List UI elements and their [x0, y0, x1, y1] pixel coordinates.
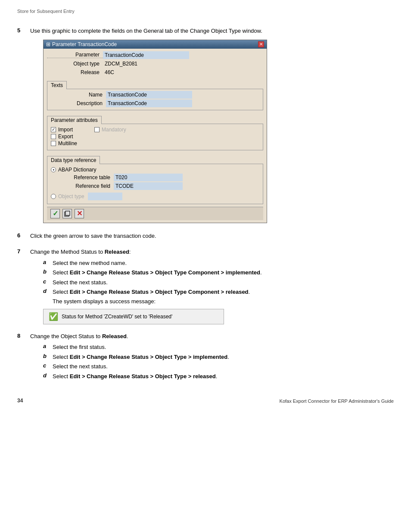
multiline-label: Multiline	[58, 140, 77, 146]
param-attrs-tab[interactable]: Parameter attributes	[47, 116, 102, 124]
object-type-radio[interactable]	[51, 194, 56, 199]
step-8-line: 8 Change the Object Status to Released.	[17, 332, 394, 341]
multiline-row: Multiline	[51, 140, 77, 146]
ref-table-row: Reference table T020	[58, 174, 259, 181]
abap-dict-radio[interactable]	[51, 167, 56, 172]
step-7a-text: Select the new method name.	[53, 259, 394, 268]
step-7-block: 7 Change the Method Status to Released: …	[17, 248, 394, 324]
object-type-radio-value[interactable]	[88, 193, 122, 200]
description-label: Description	[50, 100, 106, 106]
description-row: Description TransactionCode	[50, 100, 260, 107]
step-7d-text: Select Edit > Change Release Status > Ob…	[53, 288, 394, 296]
step-5-line: 5 Use this graphic to complete the field…	[17, 27, 394, 35]
step-7-line: 7 Change the Method Status to Released:	[17, 248, 394, 256]
check-icon: ✓	[50, 209, 60, 218]
step-8c-letter: c	[43, 362, 53, 369]
ref-field-value[interactable]: TCODE	[114, 182, 183, 190]
param-attrs-content: ✓ Import Export Multiline	[47, 124, 263, 150]
left-attrs: ✓ Import Export Multiline	[51, 127, 77, 147]
step-8a: a Select the first status.	[43, 343, 394, 352]
step-7b-bold: Edit > Change Release Status > Object Ty…	[70, 269, 260, 276]
release-label: Release	[47, 69, 103, 75]
import-label: Import	[58, 127, 73, 133]
step-8d-text: Select Edit > Change Release Status > Ob…	[53, 372, 394, 381]
export-row: Export	[51, 134, 77, 140]
step-8c: c Select the next status.	[43, 362, 394, 371]
dialog-close-button[interactable]: ✕	[258, 41, 264, 47]
step-7c: c Select the next status.	[43, 278, 394, 287]
object-type-row: Object type ZDCM_B2081	[47, 60, 263, 68]
ref-table-value[interactable]: T020	[114, 174, 183, 181]
param-attrs-section: Parameter attributes ✓ Import Export	[47, 114, 263, 150]
step-8-number: 8	[17, 332, 30, 339]
object-type-value: ZDCM_B2081	[103, 60, 189, 68]
ref-field-label: Reference field	[58, 183, 114, 189]
export-label: Export	[58, 134, 73, 140]
step-7d-letter: d	[43, 288, 53, 294]
step-8-substeps: a Select the first status. b Select Edit…	[43, 343, 394, 380]
data-type-section: Data type reference ABAP Dictionary Refe…	[47, 154, 263, 204]
name-value[interactable]: TransactionCode	[106, 91, 192, 99]
data-type-tab[interactable]: Data type reference	[47, 156, 100, 164]
release-value: 46C	[103, 68, 189, 76]
name-row: Name TransactionCode	[50, 91, 260, 99]
step-7-bold: Released	[105, 249, 129, 255]
step-7-text: Change the Method Status to Released:	[30, 248, 394, 256]
step-7a: a Select the new method name.	[43, 259, 394, 268]
dialog-title-bar: ⊞ Parameter TransactionCode ✕	[44, 40, 267, 49]
step-8-text: Change the Object Status to Released.	[30, 332, 394, 341]
step-6-block: 6 Click the green arrow to save the tran…	[17, 232, 394, 240]
cancel-button[interactable]: ✕	[75, 209, 84, 218]
step-6-number: 6	[17, 232, 30, 239]
step-8a-text: Select the first status.	[53, 343, 394, 352]
parameter-value[interactable]: TransactionCode	[103, 51, 189, 59]
sap-parameter-dialog: ⊞ Parameter TransactionCode ✕ Parameter …	[43, 40, 267, 223]
step-8a-letter: a	[43, 343, 53, 349]
multiline-checkbox[interactable]	[51, 141, 56, 146]
success-message-text: Status for Method 'ZCreateWD' set to 'Re…	[62, 314, 172, 320]
description-value[interactable]: TransactionCode	[106, 100, 192, 107]
step-7b: b Select Edit > Change Release Status > …	[43, 268, 394, 277]
step-5-number: 5	[17, 27, 30, 34]
abap-dict-label: ABAP Dictionary	[58, 167, 96, 173]
step-8b: b Select Edit > Change Release Status > …	[43, 353, 394, 361]
step-8b-text: Select Edit > Change Release Status > Ob…	[53, 353, 394, 361]
dialog-footer: ✓ ✕	[47, 207, 263, 220]
object-type-radio-label: Object type	[58, 193, 84, 199]
step-8-block: 8 Change the Object Status to Released. …	[17, 332, 394, 381]
page-number: 34	[17, 398, 23, 404]
object-type-radio-row: Object type	[51, 193, 259, 200]
page-footer: 34 Kofax Export Connector for ERP Admini…	[17, 398, 394, 404]
dialog-title-text: Parameter TransactionCode	[52, 41, 258, 47]
texts-tab[interactable]: Texts	[47, 81, 67, 89]
svg-rect-1	[65, 211, 70, 215]
export-checkbox[interactable]	[51, 134, 56, 139]
abap-dict-row: ABAP Dictionary	[51, 167, 259, 173]
check-button[interactable]: ✓	[50, 209, 60, 218]
copy-button[interactable]	[62, 209, 72, 218]
import-checkbox[interactable]: ✓	[51, 127, 56, 132]
dialog-title-icon: ⊞	[46, 41, 50, 47]
import-row: ✓ Import	[51, 127, 77, 133]
step-8b-letter: b	[43, 353, 53, 359]
data-type-content: ABAP Dictionary Reference table T020 Ref…	[47, 164, 263, 204]
step-7a-letter: a	[43, 259, 53, 265]
copy-icon	[62, 209, 72, 218]
step-7d: d Select Edit > Change Release Status > …	[43, 288, 394, 296]
success-message-box: ✅ Status for Method 'ZCreateWD' set to '…	[43, 309, 224, 324]
step-8d: d Select Edit > Change Release Status > …	[43, 372, 394, 381]
step-7-substeps: a Select the new method name. b Select E…	[43, 259, 394, 305]
step-8c-text: Select the next status.	[53, 362, 394, 371]
step-7-number: 7	[17, 248, 30, 255]
step-7b-text: Select Edit > Change Release Status > Ob…	[53, 268, 394, 277]
step-6-text: Click the green arrow to save the transa…	[30, 232, 394, 240]
texts-content: Name TransactionCode Description Transac…	[47, 89, 263, 110]
dialog-body: Parameter TransactionCode Object type ZD…	[44, 49, 267, 223]
step-7d-bold: Edit > Change Release Status > Object Ty…	[70, 289, 249, 295]
step-7-sys-msg-text: The system displays a success message:	[53, 298, 394, 305]
footer-right-text: Kofax Export Connector for ERP Administr…	[280, 398, 394, 404]
mandatory-checkbox[interactable]	[94, 127, 100, 132]
page-header: Store for Subsequent Entry	[17, 9, 394, 14]
step-8d-letter: d	[43, 372, 53, 379]
mandatory-row: Mandatory	[94, 127, 126, 133]
